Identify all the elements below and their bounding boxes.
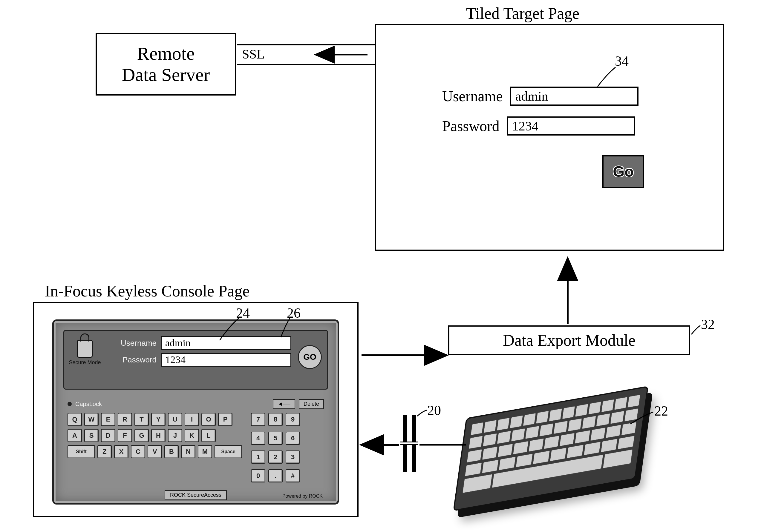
space-key[interactable]: Space [214,445,242,458]
capslock-label: CapsLock [75,400,102,407]
tiled-target-page-box [375,24,724,251]
ref-26: 26 [287,305,301,321]
device-password-label: Password [109,355,156,364]
target-go-button[interactable]: Go [602,155,644,188]
device-go-button[interactable]: GO [298,345,322,369]
remote-data-server-label: Remote Data Server [122,43,210,86]
device-username-label: Username [109,339,156,348]
key-p[interactable]: P [218,413,232,426]
key-u[interactable]: U [168,413,182,426]
ref-32: 32 [701,316,715,332]
kbd-row: ShiftZXCVBNMSpace [68,445,242,458]
keyless-device: Secure Mode Username Password GO CapsLoc… [52,319,339,505]
numkey-4[interactable]: 4 [251,432,265,445]
tiled-target-page-title: Tiled Target Page [466,4,579,23]
onscreen-keyboard: QWERTYUIOPASDFGHJKLShiftZXCVBNMSpace 789… [68,413,324,485]
capslock-indicator-icon [68,402,72,406]
physical-keyboard[interactable] [453,386,648,511]
backspace-button[interactable]: ◄── [273,399,295,409]
target-username-input[interactable] [510,86,638,106]
device-caps-row: CapsLock ◄── Delete [68,398,324,410]
lock-icon [77,340,92,358]
key-k[interactable]: K [185,429,199,442]
key-f[interactable]: F [118,429,132,442]
device-username-input[interactable] [161,336,291,350]
key-o[interactable]: O [202,413,216,426]
remote-data-server-box: Remote Data Server [95,33,236,95]
key-a[interactable]: A [68,429,82,442]
numkey-3[interactable]: 3 [286,451,300,464]
console-page-title: In-Focus Keyless Console Page [45,282,250,300]
ref-24: 24 [236,305,250,321]
key-v[interactable]: V [147,445,162,458]
key-b[interactable]: B [164,445,179,458]
secure-mode-indicator: Secure Mode [68,340,101,366]
brand-tag: ROCK SecureAccess [165,490,227,500]
key-e[interactable]: E [101,413,115,426]
key-c[interactable]: C [131,445,145,458]
numpad: 7894561230.# [251,413,300,485]
data-export-module-box: Data Export Module [448,325,690,355]
device-screen: Secure Mode Username Password GO [63,330,328,390]
key-i[interactable]: I [185,413,199,426]
ref-34: 34 [615,53,629,69]
device-password-row: Password [109,353,291,367]
key-s[interactable]: S [84,429,98,442]
target-username-label: Username [442,87,503,105]
key-g[interactable]: G [135,429,149,442]
target-password-input[interactable] [507,116,635,135]
key-y[interactable]: Y [151,413,165,426]
key-n[interactable]: N [181,445,196,458]
kbd-row: ASDFGHJKL [68,429,242,442]
key-w[interactable]: W [84,413,98,426]
numkey-5[interactable]: 5 [268,432,283,445]
numkey-9[interactable]: 9 [286,413,300,426]
delete-button[interactable]: Delete [299,399,324,409]
key-t[interactable]: T [135,413,149,426]
kbd-row: QWERTYUIOP [68,413,242,426]
secure-mode-label: Secure Mode [68,359,101,366]
numkey-7[interactable]: 7 [251,413,265,426]
ssl-label: SSL [242,47,265,62]
key-r[interactable]: R [118,413,132,426]
numkey-6[interactable]: 6 [286,432,300,445]
numkey-2[interactable]: 2 [268,451,283,464]
ref-20: 20 [427,402,441,418]
key-h[interactable]: H [151,429,165,442]
shift-key[interactable]: Shift [68,445,95,458]
numkey-#[interactable]: # [286,469,300,482]
key-l[interactable]: L [202,429,216,442]
key-m[interactable]: M [198,445,212,458]
device-username-row: Username [109,336,291,350]
target-password-row: Password [442,116,635,135]
key-j[interactable]: J [168,429,182,442]
key-d[interactable]: D [101,429,115,442]
key-z[interactable]: Z [97,445,112,458]
target-password-label: Password [442,117,499,134]
target-username-row: Username [442,86,638,106]
device-password-input[interactable] [161,353,291,367]
key-q[interactable]: Q [68,413,82,426]
powered-by-label: Powered by ROCK [282,494,323,499]
numkey-.[interactable]: . [268,469,283,482]
numkey-0[interactable]: 0 [251,469,265,482]
data-export-module-label: Data Export Module [503,331,635,349]
ref-22: 22 [654,403,668,419]
key-x[interactable]: X [114,445,129,458]
numkey-1[interactable]: 1 [251,451,265,464]
input-filter [400,415,418,472]
numkey-8[interactable]: 8 [268,413,283,426]
